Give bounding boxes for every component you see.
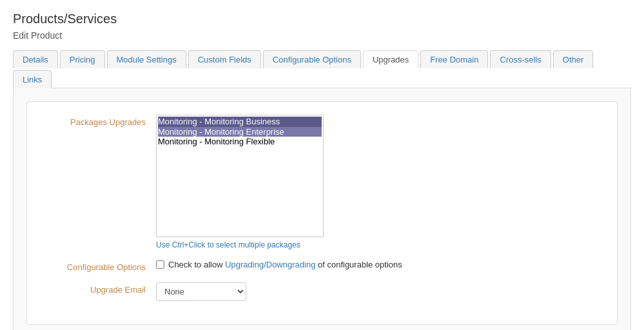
configurable-checkbox-row: Check to allow Upgrading/Downgrading of … bbox=[156, 260, 604, 269]
configurable-options-control: Check to allow Upgrading/Downgrading of … bbox=[156, 260, 604, 269]
configurable-checkbox-label: Check to allow Upgrading/Downgrading of … bbox=[168, 260, 402, 269]
packages-row: Packages Upgrades Monitoring - Monitorin… bbox=[40, 115, 604, 249]
tab-module-settings[interactable]: Module Settings bbox=[107, 50, 186, 68]
packages-label: Packages Upgrades bbox=[40, 115, 156, 127]
upgrade-email-row: Upgrade Email None bbox=[40, 282, 604, 301]
tab-free-domain[interactable]: Free Domain bbox=[420, 50, 488, 68]
listbox-option-monitoring-enterprise[interactable]: Monitoring - Monitoring Enterprise bbox=[158, 127, 322, 137]
tab-configurable-options[interactable]: Configurable Options bbox=[263, 50, 361, 68]
listbox-option-monitoring-business[interactable]: Monitoring - Monitoring Business bbox=[158, 117, 322, 127]
configurable-checkbox[interactable] bbox=[156, 260, 164, 269]
listbox-option-monitoring-flexible[interactable]: Monitoring - Monitoring Flexible bbox=[158, 137, 322, 147]
upgrade-email-select[interactable]: None bbox=[156, 282, 246, 301]
tab-other[interactable]: Other bbox=[553, 50, 594, 68]
tab-pricing[interactable]: Pricing bbox=[60, 50, 105, 68]
packages-listbox-container: Monitoring - Monitoring Business Monitor… bbox=[156, 115, 324, 237]
content-panel: Packages Upgrades Monitoring - Monitorin… bbox=[13, 88, 631, 330]
tabs-bar: Details Pricing Module Settings Custom F… bbox=[13, 50, 631, 88]
tab-links[interactable]: Links bbox=[13, 70, 52, 88]
tab-upgrades[interactable]: Upgrades bbox=[363, 50, 418, 68]
tab-cross-sells[interactable]: Cross-sells bbox=[490, 50, 551, 68]
page-title: Products/Services bbox=[13, 12, 631, 26]
page-subtitle: Edit Product bbox=[13, 30, 631, 41]
ctrl-hint: Use Ctrl+Click to select multiple packag… bbox=[156, 240, 604, 249]
form-section: Packages Upgrades Monitoring - Monitorin… bbox=[26, 101, 618, 325]
tab-custom-fields[interactable]: Custom Fields bbox=[188, 50, 261, 68]
upgrade-email-control: None bbox=[156, 282, 604, 301]
upgrade-email-label: Upgrade Email bbox=[40, 282, 156, 295]
packages-listbox[interactable]: Monitoring - Monitoring Business Monitor… bbox=[156, 115, 324, 237]
tab-details[interactable]: Details bbox=[13, 50, 58, 68]
packages-control: Monitoring - Monitoring Business Monitor… bbox=[156, 115, 604, 249]
configurable-options-row: Configurable Options Check to allow Upgr… bbox=[40, 260, 604, 272]
configurable-options-label: Configurable Options bbox=[40, 260, 156, 272]
